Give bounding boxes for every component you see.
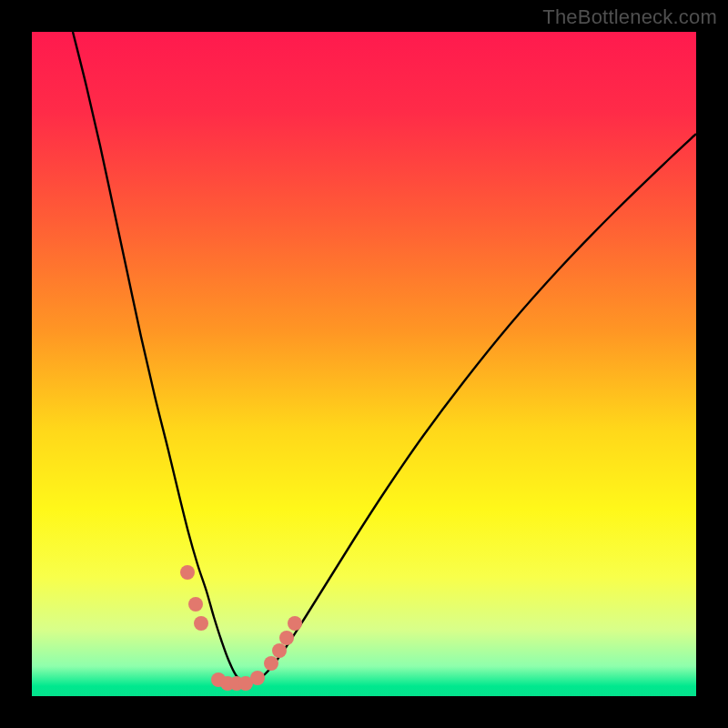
chart-svg bbox=[32, 32, 696, 696]
chart-frame: TheBottleneck.com bbox=[0, 0, 728, 728]
curve-marker bbox=[288, 616, 302, 631]
highlight-markers bbox=[180, 565, 302, 691]
curve-marker bbox=[188, 597, 203, 612]
curve-marker bbox=[272, 643, 287, 658]
curve-marker bbox=[279, 631, 294, 645]
watermark-text: TheBottleneck.com bbox=[542, 5, 717, 29]
bottleneck-curve bbox=[73, 32, 696, 683]
curve-marker bbox=[194, 616, 208, 631]
plot-area bbox=[32, 32, 696, 696]
curve-marker bbox=[264, 656, 278, 671]
curve-marker bbox=[250, 671, 265, 685]
curve-marker bbox=[180, 565, 195, 580]
